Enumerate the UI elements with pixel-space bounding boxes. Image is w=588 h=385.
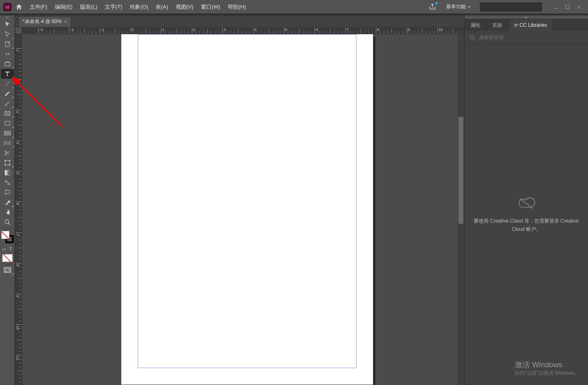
- scissors-tool[interactable]: [1, 148, 14, 158]
- svg-rect-28: [5, 170, 10, 175]
- type-tool[interactable]: [1, 69, 14, 79]
- svg-rect-12: [5, 121, 10, 125]
- toolbox: ▸▸ ▭ T: [0, 15, 15, 385]
- panel-tab-pages[interactable]: 页面: [486, 19, 508, 31]
- tool-divider: [2, 264, 13, 264]
- creative-cloud-icon: [516, 196, 537, 211]
- panel-collapse-icon[interactable]: ▸▸: [465, 15, 588, 19]
- panel-tab-properties[interactable]: 属性: [465, 19, 486, 31]
- svg-rect-13: [4, 131, 10, 133]
- note-tool[interactable]: [1, 188, 14, 197]
- svg-rect-7: [5, 63, 10, 66]
- svg-line-33: [8, 223, 10, 225]
- menubar: Id 文件(F) 编辑(E) 版面(L) 文字(T) 对象(O) 表(A) 视图…: [0, 0, 588, 14]
- share-icon[interactable]: [429, 3, 437, 11]
- rectangle-tool[interactable]: [1, 118, 14, 128]
- scrollbar-thumb[interactable]: [458, 117, 463, 224]
- fill-swatch[interactable]: [1, 231, 9, 239]
- menu-table[interactable]: 表(A): [152, 2, 171, 12]
- line-tool[interactable]: [1, 79, 14, 89]
- document-area: *未命名-4 @ 80% × -3-2-101234567891011 1234…: [15, 15, 464, 385]
- svg-rect-30: [5, 180, 7, 183]
- svg-point-26: [5, 164, 6, 166]
- svg-rect-14: [4, 134, 10, 135]
- view-mode-normal[interactable]: [1, 265, 14, 275]
- ruler-origin[interactable]: [15, 27, 22, 34]
- svg-point-32: [5, 220, 9, 223]
- toolbox-expand-icon[interactable]: ▸▸: [0, 15, 15, 19]
- canvas[interactable]: [22, 34, 464, 385]
- direct-selection-tool[interactable]: [1, 29, 14, 39]
- right-panel: ▸▸ 属性 页面 ⟳ CC Libraries 要使用 Creative Clo…: [464, 15, 588, 385]
- cc-login-message: 要使用 Creative Cloud 库，您需要登录 Creative Clou…: [473, 217, 580, 233]
- svg-rect-35: [5, 269, 9, 271]
- panel-tab-cc-libraries[interactable]: ⟳ CC Libraries: [508, 19, 553, 31]
- menu-items: 文件(F) 编辑(E) 版面(L) 文字(T) 对象(O) 表(A) 视图(V)…: [26, 2, 249, 12]
- svg-point-25: [9, 160, 10, 161]
- menu-type[interactable]: 文字(T): [102, 2, 126, 12]
- ruler-horizontal[interactable]: -3-2-101234567891011: [22, 27, 464, 34]
- pen-tool[interactable]: [1, 89, 14, 99]
- svg-point-24: [5, 160, 6, 161]
- workspace-label: 基本功能: [446, 3, 466, 10]
- hand-tool[interactable]: [1, 207, 14, 217]
- tool-divider: [2, 228, 13, 228]
- menu-view[interactable]: 视图(V): [172, 2, 197, 12]
- svg-rect-1: [566, 5, 569, 9]
- document-tab-bar: *未命名-4 @ 80% ×: [15, 15, 464, 27]
- svg-point-37: [470, 35, 474, 38]
- apply-color-swatch[interactable]: [2, 254, 13, 262]
- svg-rect-23: [5, 161, 9, 165]
- workspace-selector[interactable]: 基本功能: [442, 2, 475, 12]
- search-icon: [470, 35, 475, 40]
- maximize-button[interactable]: [562, 2, 573, 12]
- panel-tabs: 属性 页面 ⟳ CC Libraries: [465, 19, 588, 31]
- svg-point-27: [9, 164, 10, 166]
- formatting-container-icon[interactable]: ▭: [1, 245, 7, 253]
- library-search-input[interactable]: [479, 35, 583, 40]
- home-icon[interactable]: [14, 2, 24, 12]
- free-transform-tool[interactable]: [1, 138, 14, 148]
- content-collector-tool[interactable]: [1, 59, 14, 69]
- document-tab[interactable]: *未命名-4 @ 80% ×: [18, 16, 71, 27]
- menu-help[interactable]: 帮助(H): [224, 2, 249, 12]
- zoom-tool[interactable]: [1, 217, 14, 227]
- gradient-feather-tool[interactable]: [1, 178, 14, 188]
- free-transform-tool-2[interactable]: [1, 158, 14, 168]
- menubar-right: 基本功能: [429, 2, 585, 12]
- fill-stroke-swatch[interactable]: [1, 231, 14, 243]
- menu-layout[interactable]: 版面(L): [77, 2, 101, 12]
- gap-tool[interactable]: [1, 49, 14, 59]
- pencil-tool[interactable]: [1, 99, 14, 108]
- selection-tool[interactable]: [1, 19, 14, 29]
- menu-object[interactable]: 对象(O): [126, 2, 151, 12]
- close-button[interactable]: [573, 2, 585, 12]
- menu-edit[interactable]: 编辑(E): [52, 2, 76, 12]
- ruler-vertical[interactable]: 123456789101112: [15, 34, 22, 385]
- eyedropper-tool[interactable]: [1, 197, 14, 207]
- search-box[interactable]: [480, 2, 542, 12]
- close-tab-icon[interactable]: ×: [64, 19, 67, 25]
- menu-file[interactable]: 文件(F): [26, 2, 51, 12]
- app-logo-icon: Id: [3, 3, 12, 11]
- container-content-toggle: ▭ T: [1, 245, 14, 253]
- window-controls: [550, 2, 585, 12]
- svg-rect-31: [7, 183, 10, 185]
- margin-guides: [138, 34, 357, 368]
- formatting-text-icon[interactable]: T: [7, 245, 14, 253]
- page[interactable]: [121, 34, 373, 385]
- svg-line-38: [473, 38, 475, 40]
- gradient-swatch-tool[interactable]: [1, 168, 14, 178]
- sync-icon: ⟳: [514, 23, 518, 28]
- document-tab-label: *未命名-4 @ 80%: [23, 18, 61, 25]
- panel-tab-label: CC Libraries: [520, 22, 547, 28]
- scrollbar-vertical[interactable]: [458, 34, 464, 385]
- panel-body: 要使用 Creative Cloud 库，您需要登录 Creative Clou…: [465, 44, 588, 385]
- shear-tool[interactable]: [1, 128, 14, 138]
- page-tool[interactable]: [1, 39, 14, 49]
- panel-search: [465, 31, 588, 44]
- menu-window[interactable]: 窗口(W): [198, 2, 224, 12]
- minimize-button[interactable]: [550, 2, 562, 12]
- svg-rect-4: [5, 42, 9, 47]
- rectangle-frame-tool[interactable]: [1, 108, 14, 118]
